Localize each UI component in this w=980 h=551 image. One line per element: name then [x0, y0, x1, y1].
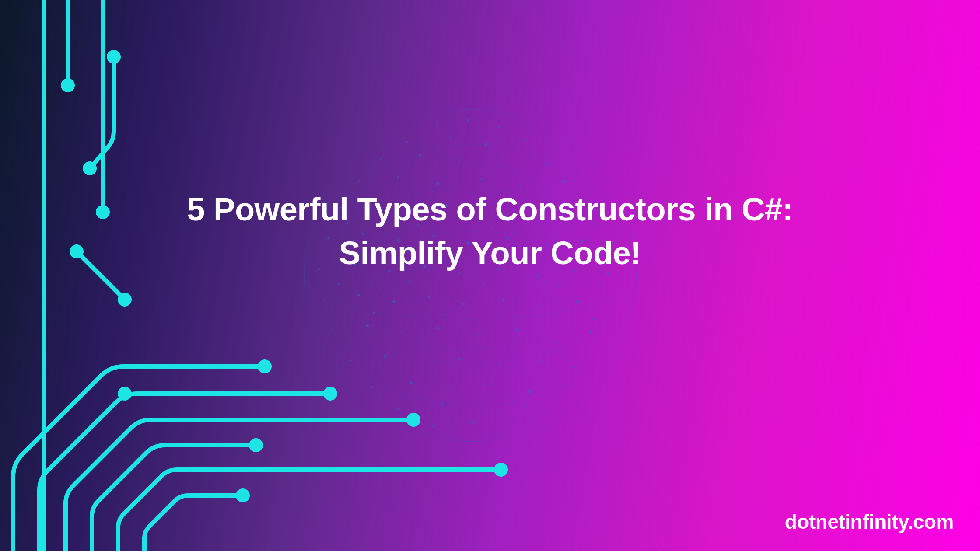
svg-point-25: [498, 126, 500, 128]
svg-point-33: [502, 157, 504, 158]
svg-point-29: [524, 139, 526, 141]
svg-point-76: [612, 303, 613, 305]
watermark: dotnetinfinity.com: [785, 510, 954, 534]
svg-point-34: [546, 163, 548, 165]
svg-point-74: [542, 305, 543, 307]
svg-point-26: [406, 141, 408, 143]
svg-point-128: [323, 387, 337, 401]
svg-point-36: [397, 176, 399, 178]
svg-point-37: [436, 182, 439, 185]
svg-point-127: [258, 359, 272, 373]
svg-line-8: [433, 155, 512, 168]
svg-point-75: [576, 300, 579, 303]
svg-point-130: [249, 438, 263, 452]
title-line-2: Simplify Your Code!: [49, 231, 931, 275]
hero-banner: 5 Powerful Types of Constructors in C#: …: [0, 0, 980, 551]
svg-line-16: [525, 343, 582, 361]
svg-point-132: [236, 488, 250, 502]
svg-point-131: [494, 463, 508, 477]
title-container: 5 Powerful Types of Constructors in C#: …: [49, 188, 931, 275]
svg-point-91: [572, 366, 574, 368]
svg-point-27: [450, 137, 452, 139]
svg-line-7: [337, 155, 433, 177]
svg-point-90: [537, 359, 539, 362]
svg-point-24: [467, 119, 469, 122]
svg-point-28: [484, 143, 487, 146]
svg-point-83: [555, 336, 556, 338]
svg-point-39: [520, 185, 522, 187]
svg-point-121: [61, 78, 75, 92]
svg-point-23: [437, 124, 438, 126]
circuit-bottom-decoration: [0, 245, 525, 551]
title-line-1: 5 Powerful Types of Constructors in C#:: [49, 188, 931, 231]
svg-point-32: [458, 161, 460, 163]
svg-point-129: [406, 413, 420, 427]
svg-point-119: [592, 318, 594, 320]
svg-point-118: [557, 286, 559, 287]
svg-point-40: [563, 180, 566, 183]
svg-point-84: [589, 331, 592, 334]
svg-point-35: [358, 181, 360, 182]
svg-point-124: [83, 161, 97, 175]
svg-point-96: [528, 390, 531, 393]
svg-point-97: [564, 386, 565, 388]
svg-point-38: [480, 178, 482, 180]
svg-point-31: [419, 154, 421, 157]
svg-point-30: [380, 159, 382, 160]
svg-point-133: [118, 387, 132, 401]
svg-point-123: [107, 50, 121, 64]
